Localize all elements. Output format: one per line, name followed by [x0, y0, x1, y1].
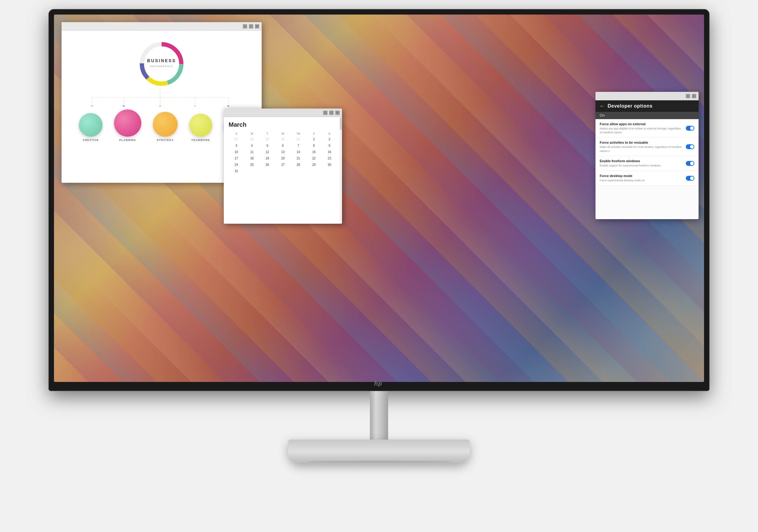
hp-logo: hp — [374, 380, 384, 389]
close-button[interactable]: ✕ — [255, 24, 259, 28]
cal-day[interactable]: 8 — [306, 143, 322, 149]
monitor-wrapper: — □ ✕ — [46, 0, 712, 532]
devopt-item-desc: Make all activities resizable for multi-… — [600, 145, 683, 153]
cal-day[interactable]: 31 — [228, 168, 244, 174]
day-header-w: W — [275, 131, 291, 136]
day-header-s2: S — [322, 131, 337, 136]
dot-strategy: STRATEGY — [153, 112, 178, 142]
cal-day[interactable]: 25 — [244, 162, 259, 168]
devopt-titlebar: □ ✕ — [596, 92, 699, 100]
day-header-f: F — [306, 131, 322, 136]
devopt-item-force-activities: Force activities to be resizable Make al… — [596, 138, 699, 156]
cal-day[interactable]: 7 — [291, 143, 306, 149]
toggle-force-activities[interactable] — [686, 144, 694, 149]
svg-text:INFOGRAPHIC: INFOGRAPHIC — [150, 65, 173, 68]
cal-minimize-button[interactable]: — — [323, 111, 327, 115]
cal-day[interactable]: 26 — [259, 162, 275, 168]
devopt-item-text: Enable freeform windows Enable support f… — [600, 159, 683, 168]
connector-svg — [74, 88, 250, 106]
devopt-item-text: Force desktop mode Force experimental de… — [600, 174, 683, 183]
monitor-bezel: — □ ✕ — [49, 9, 709, 391]
cal-day-today[interactable]: 1 — [306, 136, 322, 143]
monitor-screen: — □ ✕ — [54, 15, 704, 382]
dot-creative: CREATIVE — [79, 113, 102, 142]
calendar-titlebar: — □ ✕ — [224, 109, 342, 117]
cal-day[interactable]: 28 — [291, 162, 306, 168]
day-header-th: TH — [291, 131, 306, 136]
monitor-stand-neck — [370, 391, 388, 440]
circle-strategy — [153, 112, 178, 137]
svg-text:hp: hp — [374, 380, 382, 387]
day-header-s1: S — [228, 131, 244, 136]
calendar-scrollbar[interactable] — [340, 117, 342, 224]
calendar-month: March — [228, 121, 337, 128]
back-icon[interactable]: ← — [600, 103, 604, 109]
cal-day[interactable]: 27 — [275, 162, 291, 168]
cal-day[interactable]: 21 — [291, 155, 306, 162]
devopt-close-button[interactable]: ✕ — [692, 94, 696, 98]
cal-day[interactable]: 24 — [228, 162, 244, 168]
devopt-header: ← Developer options — [596, 100, 699, 112]
devopt-item-desktop-mode: Force desktop mode Force experimental de… — [596, 171, 699, 186]
connector-area — [74, 88, 250, 106]
devopt-items-list: Force allow apps on external Makes any a… — [596, 119, 699, 219]
cal-close-button[interactable]: ✕ — [335, 111, 340, 115]
devopt-item-title: Enable freeform windows — [600, 159, 683, 163]
cal-day[interactable]: 10 — [228, 149, 244, 155]
business-title: BUSINESS INFOGRAPHIC — [137, 40, 186, 88]
minimize-button[interactable]: — — [243, 24, 247, 28]
label-creative: CREATIVE — [83, 139, 99, 142]
cal-day[interactable]: 17 — [228, 155, 244, 162]
donut-chart: BUSINESS INFOGRAPHIC — [137, 40, 186, 88]
devopt-item-title: Force desktop mode — [600, 174, 683, 178]
toggle-force-allow[interactable] — [686, 126, 694, 131]
toggle-desktop-mode[interactable] — [686, 176, 694, 181]
cal-day[interactable]: 2 — [322, 136, 337, 143]
cal-day[interactable]: 13 — [275, 149, 291, 155]
cal-day[interactable]: 15 — [306, 149, 322, 155]
devopt-item-freeform: Enable freeform windows Enable support f… — [596, 156, 699, 171]
cal-day[interactable]: 11 — [244, 149, 259, 155]
svg-point-16 — [159, 106, 161, 106]
cal-day[interactable]: 22 — [306, 155, 322, 162]
calendar-window: — □ ✕ March S M T W TH F S — [224, 109, 342, 224]
devopt-item-desc: Makes any app eligible to be written to … — [600, 127, 683, 134]
devopt-item-title: Force allow apps on external — [600, 122, 683, 126]
cal-day[interactable]: 30 — [275, 136, 291, 143]
cal-day[interactable]: 16 — [322, 149, 337, 155]
devopt-item-text: Force activities to be resizable Make al… — [600, 141, 683, 153]
cal-day[interactable]: 23 — [322, 155, 337, 162]
cal-day[interactable]: 31 — [291, 136, 306, 143]
label-planning: PLANNING — [120, 139, 136, 142]
devopt-maximize-button[interactable]: □ — [686, 94, 690, 98]
cal-day[interactable]: 19 — [259, 155, 275, 162]
cal-day[interactable]: 6 — [275, 143, 291, 149]
devopt-title: Developer options — [607, 103, 652, 109]
devopt-status: On — [600, 114, 604, 117]
cal-day[interactable]: 9 — [322, 143, 337, 149]
cal-day[interactable]: 27 — [228, 136, 244, 143]
devopt-item-desc: Force experimental desktop mode on — [600, 179, 683, 183]
cal-day[interactable]: 30 — [322, 162, 337, 168]
dot-planning: PLANNING — [114, 110, 141, 142]
svg-text:BUSINESS: BUSINESS — [147, 58, 176, 63]
cal-day[interactable]: 29 — [259, 136, 275, 143]
calendar-grid: S M T W TH F S 27 28 29 30 31 1 — [228, 131, 337, 174]
cal-day[interactable]: 18 — [244, 155, 259, 162]
svg-point-14 — [91, 106, 93, 106]
cal-day[interactable]: 14 — [291, 149, 306, 155]
monitor-stand-base — [288, 440, 470, 464]
cal-day[interactable]: 29 — [306, 162, 322, 168]
cal-day[interactable]: 12 — [259, 149, 275, 155]
toggle-freeform[interactable] — [686, 161, 694, 166]
cal-day[interactable]: 28 — [244, 136, 259, 143]
cal-day[interactable]: 5 — [259, 143, 275, 149]
developer-options-window: □ ✕ ← Developer options On Force allow a… — [596, 92, 699, 219]
scrollbar-thumb — [340, 117, 342, 130]
cal-day[interactable]: 4 — [244, 143, 259, 149]
cal-day[interactable]: 20 — [275, 155, 291, 162]
cal-maximize-button[interactable]: □ — [329, 111, 333, 115]
cal-day[interactable]: 3 — [228, 143, 244, 149]
maximize-button[interactable]: □ — [249, 24, 253, 28]
label-strategy: STRATEGY — [157, 139, 174, 142]
